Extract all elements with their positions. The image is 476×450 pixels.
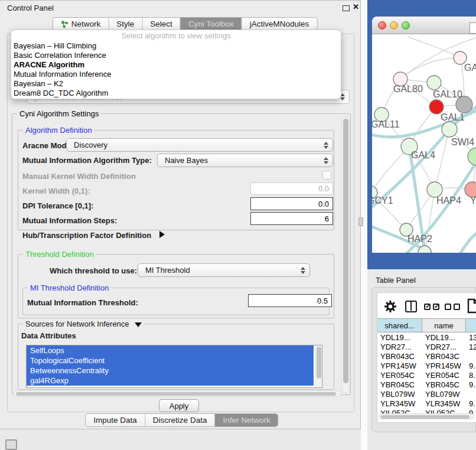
network-canvas[interactable]: GALGAL80GAL10GAL1GAL11SWI4GAL4GCY1HAP4YH…	[372, 34, 476, 253]
tab-discretize-data[interactable]: Discretize Data	[145, 414, 215, 426]
threshold-definition-title: Threshold Definition	[23, 250, 96, 259]
hub-definition-label[interactable]: Hub/Transcription Factor Definition	[22, 231, 165, 240]
table-cell: YBR045C	[377, 380, 422, 389]
tab-jactivemnodules-label: jActiveMNodules	[250, 19, 309, 28]
minimize-traffic-light-icon[interactable]	[390, 21, 398, 30]
network-node-label: HAP2	[407, 234, 432, 244]
attributes-scrollbar-thumb[interactable]	[317, 347, 321, 379]
table-cell: YPR145W	[422, 361, 466, 370]
tab-impute-data[interactable]: Impute Data	[86, 414, 145, 426]
tab-style-label: Style	[116, 19, 134, 28]
tab-select[interactable]: Select	[142, 18, 180, 30]
tab-select-label: Select	[150, 19, 172, 28]
close-traffic-light-icon[interactable]	[378, 21, 386, 30]
tab-cyni-toolbox-label: Cyni Toolbox	[188, 19, 234, 28]
settings-scrollbar-thumb[interactable]	[343, 119, 348, 383]
close-icon[interactable]: ✕	[353, 2, 359, 11]
tab-infer-network[interactable]: Infer Network	[214, 414, 278, 426]
combo-stepper-icon	[301, 267, 305, 274]
mi-type-value: Naive Bayes	[165, 156, 208, 165]
table-row[interactable]: YPR145WYPR145W9.	[377, 361, 476, 370]
network-node-label: GAL1	[441, 112, 465, 122]
table-hscrollbar-track	[379, 413, 475, 419]
which-threshold-combobox[interactable]: MI Threshold	[138, 263, 310, 277]
table-cell: YDL19...	[377, 333, 422, 342]
table-row[interactable]: YLR345WYLR345W9.	[377, 399, 476, 408]
node-attribute-table: shared...nameA YDL19...YDL19...13YDR27..…	[377, 318, 476, 418]
control-panel-window: Control Panel ✕ NetworkStyleSelectCyni T…	[0, 0, 361, 429]
tab-cyni-toolbox[interactable]: Cyni Toolbox	[180, 18, 242, 30]
attribute-item-betweennesscentrality[interactable]: BetweennessCentrality	[27, 366, 314, 376]
mi-threshold-field[interactable]: 0.5	[248, 294, 332, 307]
table-cell: 8.	[466, 371, 476, 380]
algorithm-option-aracne-algorithm[interactable]: ARACNE Algorithm	[11, 60, 341, 70]
control-panel-tab-strip: NetworkStyleSelectCyni ToolboxjActiveMNo…	[53, 17, 318, 31]
table-panel-container: shared...nameA YDL19...YDL19...13YDR27..…	[371, 287, 476, 432]
splitter-handle-icon[interactable]	[358, 217, 363, 226]
algorithm-option-basic-correlation-inference[interactable]: Basic Correlation Inference	[11, 51, 341, 60]
mi-steps-field[interactable]: 6	[250, 212, 333, 225]
cyni-algorithm-settings-title: Cyni Algorithm Settings	[17, 109, 101, 118]
table-cell: YBL079W	[422, 390, 466, 399]
zoom-traffic-light-icon[interactable]	[402, 21, 410, 30]
attribute-item-topologicalcoefficient[interactable]: TopologicalCoefficient	[27, 356, 314, 366]
settings-scrollbar-track	[341, 116, 350, 393]
table-row[interactable]: YBR045CYBR045C9.	[377, 380, 476, 389]
network-window-titlebar[interactable]	[372, 17, 476, 34]
mi-threshold-group-title: MI Threshold Definition	[28, 283, 111, 292]
algorithm-dropdown-list: Bayesian – Hill ClimbingBasic Correlatio…	[11, 41, 341, 98]
combo-stepper-icon	[324, 142, 328, 149]
table-row[interactable]: YBL079WYBL079W	[377, 389, 476, 399]
deselect-all-columns-icon[interactable]	[445, 304, 460, 310]
aracne-mode-combobox[interactable]: Discovery	[66, 138, 333, 152]
network-node-swi4[interactable]	[442, 122, 457, 137]
dpi-tolerance-label: DPI Tolerance [0,1]:	[22, 201, 93, 210]
algorithm-option-bayesian-k2[interactable]: Bayesian – K2	[11, 79, 341, 89]
table-cell: YBL079W	[377, 390, 422, 399]
tab-network[interactable]: Network	[53, 18, 109, 30]
attribute-item-gal4rgexp[interactable]: gal4RGexp	[27, 376, 314, 386]
mi-type-combobox[interactable]: Naive Bayes	[157, 154, 333, 167]
network-view-window: GALGAL80GAL10GAL1GAL11SWI4GAL4GCY1HAP4YH…	[367, 0, 476, 269]
attribute-item-selfloops[interactable]: SelfLoops	[27, 345, 314, 356]
sources-group-title[interactable]: Sources for Network Inference	[23, 319, 144, 328]
table-cell: YLR345W	[377, 399, 422, 408]
settings-hscrollbar-track	[13, 390, 341, 397]
table-cell: YER054C	[377, 371, 422, 380]
algorithm-dropdown-placeholder: Select algorithm to view settings	[11, 31, 341, 41]
table-header-row: shared...nameA	[377, 318, 476, 332]
kernel-width-field: 0.0	[250, 182, 333, 195]
algorithm-option-mutual-information-inference[interactable]: Mutual Information Inference	[11, 70, 341, 79]
table-row[interactable]: YER054CYER054C8.	[377, 370, 476, 380]
tab-network-label: Network	[71, 19, 101, 28]
mi-steps-label: Mutual Information Steps:	[22, 216, 117, 225]
table-cell: YDL19...	[422, 333, 466, 342]
column-header-shared[interactable]: shared...	[377, 319, 422, 332]
network-node-gal10[interactable]	[427, 76, 441, 90]
table-hscrollbar-thumb[interactable]	[381, 415, 470, 419]
table-cell: YDR27...	[422, 343, 466, 351]
collapse-arrow-icon	[135, 322, 142, 327]
algorithm-option-dream8-dc-tdc-algorithm[interactable]: Dream8 DC_TDC Algorithm	[11, 89, 341, 98]
document-icon[interactable]	[467, 298, 476, 314]
table-row[interactable]: YBR043CYBR043C	[377, 351, 476, 361]
column-header-a[interactable]: A	[466, 319, 476, 332]
network-node-label: GAL	[464, 63, 476, 73]
apply-button[interactable]: Apply	[159, 399, 199, 412]
gear-icon[interactable]	[384, 301, 396, 312]
tab-jactivemnodules[interactable]: jActiveMNodules	[242, 18, 317, 30]
float-window-icon[interactable]	[343, 5, 350, 11]
tab-style[interactable]: Style	[108, 18, 142, 30]
table-row[interactable]: YDL19...YDL19...13	[377, 332, 476, 342]
network-node-labels: GALGAL80GAL10GAL1GAL11SWI4GAL4GCY1HAP4YH…	[372, 63, 476, 244]
split-columns-icon[interactable]	[405, 301, 417, 312]
which-threshold-label: Which threshold to use:	[50, 266, 137, 275]
network-node[interactable]	[468, 148, 476, 165]
algorithm-option-bayesian-hill-climbing[interactable]: Bayesian – Hill Climbing	[11, 41, 341, 51]
select-all-columns-icon[interactable]	[424, 304, 439, 310]
collapsed-panel-icon[interactable]	[5, 439, 17, 450]
table-row[interactable]: YDR27...YDR27...12	[377, 342, 476, 351]
column-header-name[interactable]: name	[422, 319, 466, 332]
settings-hscrollbar-thumb[interactable]	[16, 392, 336, 396]
dpi-tolerance-field[interactable]: 0.0	[250, 197, 333, 210]
